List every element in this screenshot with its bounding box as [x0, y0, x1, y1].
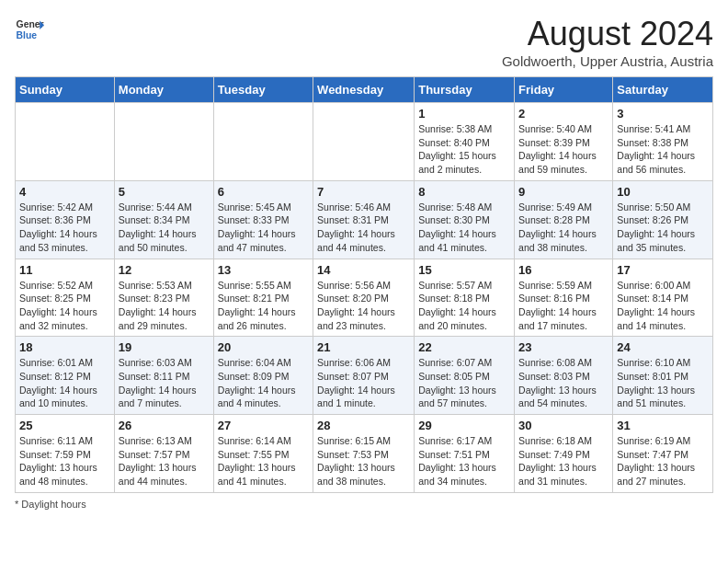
calendar-cell: 10Sunrise: 5:50 AM Sunset: 8:26 PM Dayli… [613, 180, 713, 259]
footer-text: Daylight hours [21, 499, 85, 510]
calendar-cell: 16Sunrise: 5:59 AM Sunset: 8:16 PM Dayli… [515, 259, 613, 337]
day-number: 20 [218, 340, 309, 354]
calendar-cell [114, 103, 213, 181]
day-info: Sunrise: 6:04 AM Sunset: 8:09 PM Dayligh… [218, 356, 309, 410]
calendar-table: SundayMondayTuesdayWednesdayThursdayFrid… [15, 76, 713, 493]
day-info: Sunrise: 6:19 AM Sunset: 7:47 PM Dayligh… [617, 434, 709, 488]
calendar-cell: 28Sunrise: 6:15 AM Sunset: 7:53 PM Dayli… [313, 415, 415, 493]
day-info: Sunrise: 6:13 AM Sunset: 7:57 PM Dayligh… [119, 434, 210, 488]
day-number: 1 [418, 107, 510, 121]
day-info: Sunrise: 5:49 AM Sunset: 8:28 PM Dayligh… [518, 201, 609, 255]
logo-icon: General Blue [15, 15, 44, 44]
calendar-cell: 22Sunrise: 6:07 AM Sunset: 8:05 PM Dayli… [415, 337, 515, 415]
calendar-cell: 3Sunrise: 5:41 AM Sunset: 8:38 PM Daylig… [613, 103, 713, 181]
day-info: Sunrise: 6:18 AM Sunset: 7:49 PM Dayligh… [518, 434, 609, 488]
day-info: Sunrise: 5:42 AM Sunset: 8:36 PM Dayligh… [19, 201, 110, 255]
day-number: 11 [19, 263, 110, 277]
day-number: 12 [119, 263, 210, 277]
day-number: 22 [418, 340, 510, 354]
title-area: August 2024 Goldwoerth, Upper Austria, A… [502, 15, 713, 69]
day-info: Sunrise: 5:46 AM Sunset: 8:31 PM Dayligh… [317, 201, 410, 255]
calendar-cell: 17Sunrise: 6:00 AM Sunset: 8:14 PM Dayli… [613, 259, 713, 337]
header: General Blue August 2024 Goldwoerth, Upp… [15, 15, 713, 69]
day-number: 31 [617, 419, 709, 432]
day-number: 9 [518, 185, 609, 199]
day-info: Sunrise: 5:53 AM Sunset: 8:23 PM Dayligh… [119, 279, 210, 333]
calendar-week-row: 25Sunrise: 6:11 AM Sunset: 7:59 PM Dayli… [16, 415, 713, 493]
day-number: 16 [518, 263, 609, 277]
day-info: Sunrise: 5:44 AM Sunset: 8:34 PM Dayligh… [119, 201, 210, 255]
calendar-cell [16, 103, 115, 181]
day-number: 8 [418, 185, 510, 199]
day-number: 6 [218, 185, 309, 199]
calendar-cell: 21Sunrise: 6:06 AM Sunset: 8:07 PM Dayli… [313, 337, 415, 415]
calendar-cell: 30Sunrise: 6:18 AM Sunset: 7:49 PM Dayli… [515, 415, 613, 493]
day-info: Sunrise: 6:17 AM Sunset: 7:51 PM Dayligh… [418, 434, 510, 488]
calendar-cell: 18Sunrise: 6:01 AM Sunset: 8:12 PM Dayli… [16, 337, 115, 415]
day-number: 3 [617, 107, 709, 121]
day-info: Sunrise: 6:15 AM Sunset: 7:53 PM Dayligh… [317, 434, 410, 488]
calendar-cell: 25Sunrise: 6:11 AM Sunset: 7:59 PM Dayli… [16, 415, 115, 493]
day-number: 26 [119, 419, 210, 432]
calendar-cell: 26Sunrise: 6:13 AM Sunset: 7:57 PM Dayli… [114, 415, 213, 493]
day-number: 18 [19, 340, 110, 354]
calendar-cell: 12Sunrise: 5:53 AM Sunset: 8:23 PM Dayli… [114, 259, 213, 337]
calendar-cell: 2Sunrise: 5:40 AM Sunset: 8:39 PM Daylig… [515, 103, 613, 181]
day-number: 29 [418, 419, 510, 432]
day-info: Sunrise: 6:14 AM Sunset: 7:55 PM Dayligh… [218, 434, 309, 488]
day-number: 30 [518, 419, 609, 432]
calendar-cell: 23Sunrise: 6:08 AM Sunset: 8:03 PM Dayli… [515, 337, 613, 415]
day-info: Sunrise: 5:59 AM Sunset: 8:16 PM Dayligh… [518, 279, 609, 333]
calendar-cell: 29Sunrise: 6:17 AM Sunset: 7:51 PM Dayli… [415, 415, 515, 493]
calendar-cell: 27Sunrise: 6:14 AM Sunset: 7:55 PM Dayli… [213, 415, 313, 493]
day-number: 23 [518, 340, 609, 354]
header-day-thursday: Thursday [415, 77, 515, 103]
day-number: 25 [19, 419, 110, 432]
calendar-cell [213, 103, 313, 181]
calendar-cell: 11Sunrise: 5:52 AM Sunset: 8:25 PM Dayli… [16, 259, 115, 337]
day-info: Sunrise: 5:41 AM Sunset: 8:38 PM Dayligh… [617, 122, 709, 177]
calendar-cell: 1Sunrise: 5:38 AM Sunset: 8:40 PM Daylig… [415, 103, 515, 181]
day-info: Sunrise: 6:06 AM Sunset: 8:07 PM Dayligh… [317, 356, 410, 410]
header-day-monday: Monday [114, 77, 213, 103]
calendar-week-row: 18Sunrise: 6:01 AM Sunset: 8:12 PM Dayli… [16, 337, 713, 415]
calendar-cell: 4Sunrise: 5:42 AM Sunset: 8:36 PM Daylig… [16, 180, 115, 259]
day-info: Sunrise: 5:57 AM Sunset: 8:18 PM Dayligh… [418, 279, 510, 333]
day-number: 7 [317, 185, 410, 199]
calendar-cell: 9Sunrise: 5:49 AM Sunset: 8:28 PM Daylig… [515, 180, 613, 259]
calendar-cell: 31Sunrise: 6:19 AM Sunset: 7:47 PM Dayli… [613, 415, 713, 493]
day-info: Sunrise: 5:55 AM Sunset: 8:21 PM Dayligh… [218, 279, 309, 333]
header-day-wednesday: Wednesday [313, 77, 415, 103]
header-day-sunday: Sunday [16, 77, 115, 103]
day-info: Sunrise: 5:52 AM Sunset: 8:25 PM Dayligh… [19, 279, 110, 333]
header-day-friday: Friday [515, 77, 613, 103]
calendar-cell: 14Sunrise: 5:56 AM Sunset: 8:20 PM Dayli… [313, 259, 415, 337]
logo: General Blue [15, 15, 44, 44]
calendar-cell [313, 103, 415, 181]
calendar-cell: 15Sunrise: 5:57 AM Sunset: 8:18 PM Dayli… [415, 259, 515, 337]
day-number: 10 [617, 185, 709, 199]
footer-note: * Daylight hours [15, 499, 713, 510]
day-info: Sunrise: 5:45 AM Sunset: 8:33 PM Dayligh… [218, 201, 309, 255]
calendar-cell: 20Sunrise: 6:04 AM Sunset: 8:09 PM Dayli… [213, 337, 313, 415]
day-info: Sunrise: 6:11 AM Sunset: 7:59 PM Dayligh… [19, 434, 110, 488]
calendar-cell: 6Sunrise: 5:45 AM Sunset: 8:33 PM Daylig… [213, 180, 313, 259]
day-number: 19 [119, 340, 210, 354]
day-info: Sunrise: 5:48 AM Sunset: 8:30 PM Dayligh… [418, 201, 510, 255]
day-number: 2 [518, 107, 609, 121]
calendar-cell: 24Sunrise: 6:10 AM Sunset: 8:01 PM Dayli… [613, 337, 713, 415]
main-title: August 2024 [502, 15, 713, 53]
header-day-tuesday: Tuesday [213, 77, 313, 103]
subtitle: Goldwoerth, Upper Austria, Austria [502, 53, 713, 69]
day-info: Sunrise: 5:56 AM Sunset: 8:20 PM Dayligh… [317, 279, 410, 333]
day-number: 4 [19, 185, 110, 199]
day-info: Sunrise: 6:03 AM Sunset: 8:11 PM Dayligh… [119, 356, 210, 410]
calendar-week-row: 11Sunrise: 5:52 AM Sunset: 8:25 PM Dayli… [16, 259, 713, 337]
calendar-header-row: SundayMondayTuesdayWednesdayThursdayFrid… [16, 77, 713, 103]
day-number: 5 [119, 185, 210, 199]
day-number: 21 [317, 340, 410, 354]
day-info: Sunrise: 6:01 AM Sunset: 8:12 PM Dayligh… [19, 356, 110, 410]
calendar-cell: 5Sunrise: 5:44 AM Sunset: 8:34 PM Daylig… [114, 180, 213, 259]
calendar-week-row: 1Sunrise: 5:38 AM Sunset: 8:40 PM Daylig… [16, 103, 713, 181]
calendar-cell: 7Sunrise: 5:46 AM Sunset: 8:31 PM Daylig… [313, 180, 415, 259]
